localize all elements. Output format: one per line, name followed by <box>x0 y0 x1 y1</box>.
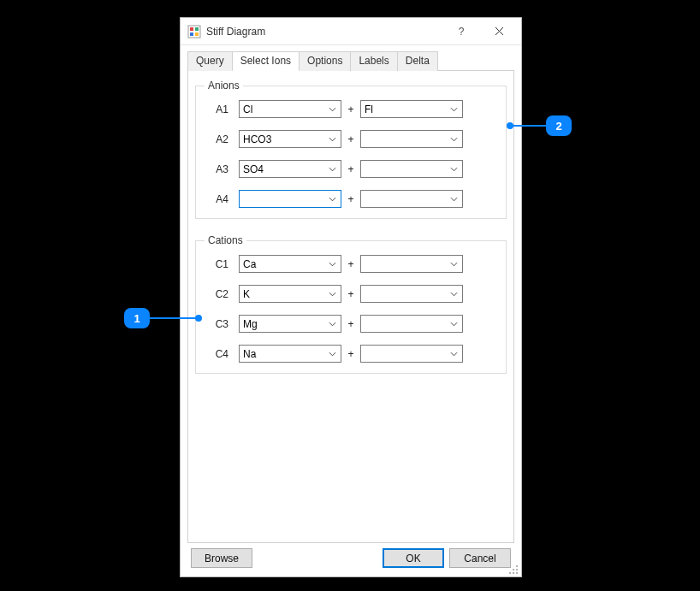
svg-point-10 <box>516 572 518 574</box>
chevron-down-icon <box>447 322 460 327</box>
plus-label: + <box>341 103 360 115</box>
resize-grip[interactable] <box>508 564 519 575</box>
svg-rect-4 <box>195 33 199 36</box>
cation-row-c1: C1 Ca + <box>205 255 497 273</box>
chevron-down-icon <box>447 352 460 357</box>
a1-secondary-combo[interactable]: Fl <box>360 100 463 118</box>
svg-point-9 <box>513 572 514 574</box>
window-title: Stiff Diagram <box>206 26 265 38</box>
tab-strip: Query Select Ions Options Labels Delta <box>187 50 514 71</box>
a1-primary-combo[interactable]: Cl <box>239 100 341 118</box>
anions-legend: Anions <box>205 80 243 92</box>
plus-label: + <box>341 258 360 270</box>
c2-secondary-combo[interactable] <box>360 285 463 303</box>
a2-primary-combo[interactable]: HCO3 <box>239 130 341 148</box>
anion-row-a1: A1 Cl + Fl <box>205 100 497 118</box>
plus-label: + <box>341 163 360 175</box>
svg-rect-3 <box>190 33 193 36</box>
chevron-down-icon <box>325 107 339 112</box>
plus-label: + <box>341 288 360 300</box>
plus-label: + <box>341 133 360 145</box>
tab-delta[interactable]: Delta <box>397 51 438 71</box>
chevron-down-icon <box>325 262 339 267</box>
stiff-diagram-dialog: Stiff Diagram ? Query Select Ions Option… <box>180 17 522 577</box>
chevron-down-icon <box>325 292 339 297</box>
c4-primary-combo[interactable]: Na <box>239 345 341 363</box>
row-label: A4 <box>205 193 239 205</box>
cations-group: Cations C1 Ca + C2 K <box>195 234 507 374</box>
callout-dot <box>195 315 202 322</box>
help-button[interactable]: ? <box>442 19 480 44</box>
plus-label: + <box>341 193 360 205</box>
a3-secondary-combo[interactable] <box>360 160 463 178</box>
chevron-down-icon <box>325 167 339 172</box>
title-bar: Stiff Diagram ? <box>181 18 521 45</box>
ok-button[interactable]: OK <box>383 548 444 568</box>
anion-row-a3: A3 SO4 + <box>205 160 497 178</box>
callout-badge-1: 1 <box>124 308 150 328</box>
cations-legend: Cations <box>205 234 246 246</box>
client-area: Query Select Ions Options Labels Delta A… <box>181 45 521 576</box>
svg-point-7 <box>516 569 518 570</box>
row-label: A1 <box>205 103 239 115</box>
svg-rect-2 <box>195 27 199 31</box>
a3-primary-combo[interactable]: SO4 <box>239 160 341 178</box>
svg-point-8 <box>509 572 511 574</box>
c1-primary-combo[interactable]: Ca <box>239 255 341 273</box>
callout-line <box>150 317 197 319</box>
callout-line <box>512 125 546 127</box>
browse-button[interactable]: Browse <box>191 548 252 568</box>
chevron-down-icon <box>447 107 460 112</box>
callout-badge-2: 2 <box>546 115 572 136</box>
svg-point-5 <box>516 565 518 567</box>
app-icon <box>187 25 201 38</box>
row-label: C3 <box>205 318 239 330</box>
chevron-down-icon <box>325 352 339 357</box>
close-button[interactable] <box>480 19 518 44</box>
anion-row-a2: A2 HCO3 + <box>205 130 497 148</box>
row-label: A3 <box>205 163 239 175</box>
chevron-down-icon <box>447 197 460 202</box>
chevron-down-icon <box>325 197 339 202</box>
row-label: C2 <box>205 288 239 300</box>
cation-row-c2: C2 K + <box>205 285 497 303</box>
tab-options[interactable]: Options <box>299 51 351 71</box>
chevron-down-icon <box>447 167 460 172</box>
c3-secondary-combo[interactable] <box>360 315 463 333</box>
plus-label: + <box>341 348 360 360</box>
row-label: C1 <box>205 258 239 270</box>
chevron-down-icon <box>447 262 460 267</box>
chevron-down-icon <box>447 292 460 297</box>
cation-row-c3: C3 Mg + <box>205 315 497 333</box>
c3-primary-combo[interactable]: Mg <box>239 315 341 333</box>
row-label: A2 <box>205 133 239 145</box>
a4-secondary-combo[interactable] <box>360 190 463 208</box>
plus-label: + <box>341 318 360 330</box>
cancel-button[interactable]: Cancel <box>449 548 511 568</box>
tab-select-ions[interactable]: Select Ions <box>232 51 300 71</box>
svg-point-6 <box>513 569 514 570</box>
row-label: C4 <box>205 348 239 360</box>
chevron-down-icon <box>325 322 339 327</box>
c4-secondary-combo[interactable] <box>360 345 463 363</box>
c1-secondary-combo[interactable] <box>360 255 463 273</box>
anions-group: Anions A1 Cl + Fl A2 HCO <box>195 80 507 219</box>
a4-primary-combo[interactable] <box>239 190 341 208</box>
tab-query[interactable]: Query <box>187 51 233 71</box>
a2-secondary-combo[interactable] <box>360 130 463 148</box>
c2-primary-combo[interactable]: K <box>239 285 341 303</box>
svg-rect-1 <box>190 27 193 31</box>
tab-labels[interactable]: Labels <box>350 51 397 71</box>
button-bar: Browse OK Cancel <box>187 543 514 570</box>
cation-row-c4: C4 Na + <box>205 345 497 363</box>
chevron-down-icon <box>447 137 460 142</box>
anion-row-a4: A4 + <box>205 190 497 208</box>
chevron-down-icon <box>325 137 339 142</box>
tab-page-select-ions: Anions A1 Cl + Fl A2 HCO <box>187 71 514 543</box>
